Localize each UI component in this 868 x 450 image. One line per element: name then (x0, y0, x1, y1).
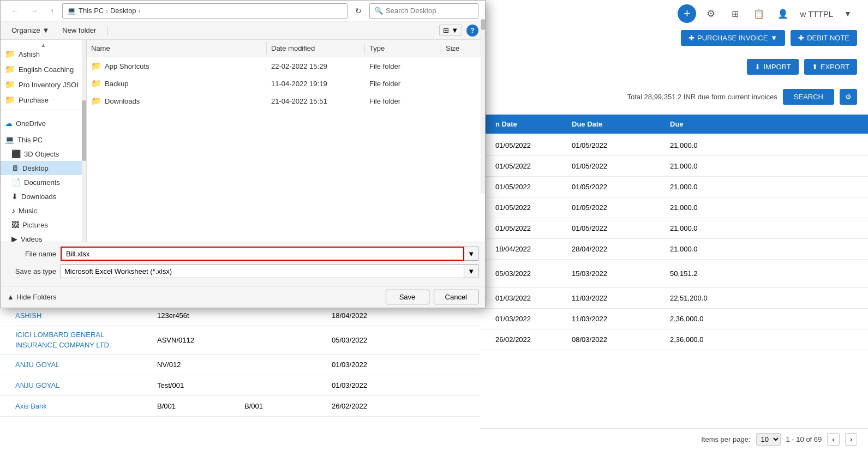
up-btn[interactable]: ↑ (46, 5, 58, 17)
save-button[interactable]: Save (386, 290, 429, 304)
next-page-btn[interactable]: › (845, 433, 857, 446)
table-row[interactable]: ICICI LOMBARD GENERALINSURANCE COMPANY L… (0, 326, 480, 355)
cancel-button[interactable]: Cancel (434, 290, 478, 304)
nav-item-downloads[interactable]: ⬇ Downloads (1, 189, 86, 203)
table-row[interactable]: 01/05/2022 01/05/2022 21,000.0 (480, 218, 868, 239)
table-row[interactable]: 01/05/2022 01/05/2022 21,000.0 (480, 197, 868, 218)
import-export-toolbar: ⬇ IMPORT ⬆ EXPORT (747, 59, 857, 75)
file-type-dropdown-btn[interactable]: ▼ (464, 264, 478, 278)
search-input[interactable] (386, 7, 477, 15)
organize-btn[interactable]: Organize ▼ (7, 25, 53, 36)
cell-due: 21,000.0 (666, 159, 764, 173)
file-name-dropdown-btn[interactable]: ▼ (464, 247, 478, 261)
search-box[interactable]: 🔍 (369, 3, 478, 19)
cell-bill-due (240, 362, 327, 368)
downloads-icon: ⬇ (11, 192, 18, 201)
list-item[interactable]: 📁 App Shortcuts 22-02-2022 15:29 File fo… (87, 57, 485, 75)
nav-scroll-thumb[interactable] (82, 100, 86, 161)
forward-btn[interactable]: → (27, 5, 42, 17)
file-name-row: File name ▼ (7, 247, 478, 261)
nav-item-pictures[interactable]: 🖼 Pictures (1, 218, 86, 232)
nav-item-3d-objects[interactable]: ⬛ 3D Objects (1, 147, 86, 161)
gear-icon-btn[interactable]: ⚙ (702, 4, 720, 23)
new-folder-btn[interactable]: New folder (58, 25, 100, 36)
nav-item-english-coaching[interactable]: 📁 English Coaching (1, 62, 86, 77)
back-btn[interactable]: ← (7, 5, 22, 17)
nav-item-purchase[interactable]: 📁 Purchase (1, 92, 86, 107)
table-row[interactable]: ANJU GOYAL NV/012 01/03/2022 (0, 355, 480, 375)
address-this-pc: 💻 (67, 7, 76, 15)
file-list-area: Name Date modified Type Size 📁 App Short… (87, 40, 485, 242)
items-per-page-select[interactable]: 10 25 50 (756, 433, 781, 446)
desktop-nav-icon: 🖥 (11, 164, 19, 172)
user-icon-btn[interactable]: 👤 (774, 4, 792, 23)
cell-name[interactable]: ANJU GOYAL (11, 378, 153, 393)
table-row[interactable]: ASHISH 123er456t 18/04/2022 (0, 305, 480, 326)
table-row[interactable]: 01/03/2022 11/03/2022 22,51,200.0 (480, 288, 868, 309)
purchase-invoice-btn[interactable]: ✚ PURCHASE INVOICE ▼ (681, 30, 785, 46)
file-name-input[interactable] (61, 247, 464, 261)
cell-name[interactable]: ANJU GOYAL (11, 357, 153, 372)
hide-folders-btn[interactable]: ▲ Hide Folders (7, 293, 57, 301)
nav-item-onedrive[interactable]: ☁ OneDrive (1, 116, 86, 130)
cell-due: 21,000.0 (666, 221, 764, 236)
cell-due: 50,151.2 (666, 266, 764, 281)
col-header-type[interactable]: Type (365, 42, 441, 55)
file-type-backup: File folder (365, 77, 441, 91)
dialog-main: ▲ 📁 Ashish 📁 English Coaching 📁 Pro Inve… (1, 40, 485, 242)
address-bar[interactable]: 💻 This PC › Desktop › (62, 3, 348, 19)
table-settings-btn[interactable]: ⚙ (840, 89, 857, 105)
action-buttons: Save Cancel (386, 290, 478, 304)
cell-name[interactable]: ICICI LOMBARD GENERALINSURANCE COMPANY L… (11, 327, 153, 353)
nav-scrollbar (82, 40, 86, 242)
cell-name[interactable]: Axis Bank (11, 399, 153, 413)
table-row[interactable]: 01/05/2022 01/05/2022 21,000.0 (480, 156, 868, 177)
scroll-up-indicator[interactable]: ▲ (1, 42, 86, 46)
file-type-app-shortcuts: File folder (365, 59, 441, 73)
docs-icon: 📄 (11, 178, 21, 187)
table-row[interactable]: 01/03/2022 11/03/2022 2,36,000.0 (480, 309, 868, 329)
dialog-toolbar: Organize ▼ New folder ⊞ ▼ ? (1, 21, 485, 40)
file-type-input[interactable] (61, 264, 464, 278)
col-header-size[interactable]: Size (441, 42, 485, 55)
table-row[interactable]: 26/02/2022 08/03/2022 2,36,000.0 (480, 329, 868, 350)
list-item[interactable]: 📁 Backup 11-04-2022 19:19 File folder (87, 75, 485, 92)
grid-icon-btn[interactable]: ⊞ (726, 4, 744, 23)
file-name-app-shortcuts: 📁 App Shortcuts (87, 58, 267, 74)
search-btn[interactable]: SEARCH (783, 89, 834, 105)
nav-label-documents: Documents (24, 178, 60, 187)
nav-item-videos[interactable]: ▶ Videos (1, 232, 86, 242)
export-btn[interactable]: ⬆ EXPORT (804, 59, 857, 75)
folder-icon-ashish: 📁 (5, 49, 15, 59)
nav-item-music[interactable]: ♪ Music (1, 203, 86, 218)
col-header-name[interactable]: Name (87, 42, 267, 55)
table-row[interactable]: 18/04/2022 28/04/2022 21,000.0 (480, 239, 868, 260)
cell-bill: NV/012 (153, 357, 240, 372)
table-row[interactable]: ANJU GOYAL Test/001 01/03/2022 (0, 375, 480, 396)
cell-ndate: 26/02/2022 (491, 332, 567, 347)
nav-item-ashish[interactable]: 📁 Ashish (1, 46, 86, 62)
view-toggle-btn[interactable]: ⊞ ▼ (439, 25, 462, 36)
nav-divider (1, 110, 86, 114)
table-row[interactable]: 01/05/2022 01/05/2022 21,000.0 (480, 135, 868, 156)
prev-page-btn[interactable]: ‹ (827, 433, 839, 446)
nav-item-pro-inventory[interactable]: 📁 Pro Inventory JSOI (1, 77, 86, 92)
list-item[interactable]: 📁 Downloads 21-04-2022 15:51 File folder (87, 92, 485, 110)
dropdown-icon-btn[interactable]: ▼ (839, 4, 857, 23)
cell-name[interactable]: ASHISH (11, 308, 153, 323)
debit-note-btn[interactable]: ✚ DEBIT NOTE (791, 30, 857, 46)
import-btn[interactable]: ⬇ IMPORT (747, 59, 798, 75)
help-btn[interactable]: ? (466, 25, 478, 37)
nav-item-desktop[interactable]: 🖥 Desktop (1, 161, 86, 175)
table-row[interactable]: Axis Bank B/001 B/001 26/02/2022 (0, 396, 480, 417)
clipboard-icon-btn[interactable]: 📋 (750, 4, 768, 23)
add-icon-btn[interactable]: + (678, 4, 696, 23)
nav-item-documents[interactable]: 📄 Documents (1, 175, 86, 189)
table-row[interactable]: 01/05/2022 01/05/2022 21,000.0 (480, 177, 868, 197)
refresh-btn[interactable]: ↻ (352, 5, 365, 16)
nav-label-videos: Videos (21, 235, 43, 242)
nav-item-this-pc[interactable]: 💻 This PC (1, 133, 86, 147)
brand-label: w TTTPL (800, 9, 833, 19)
col-header-date[interactable]: Date modified (267, 42, 365, 55)
table-row[interactable]: 05/03/2022 15/03/2022 50,151.2 (480, 260, 868, 288)
